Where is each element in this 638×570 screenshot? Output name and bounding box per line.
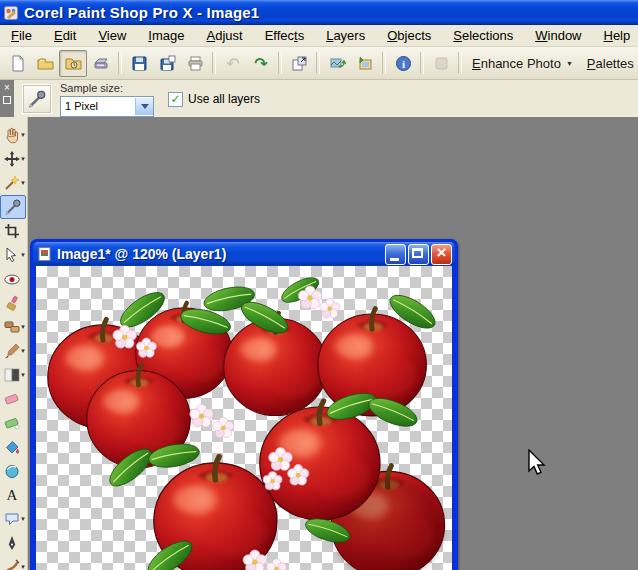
- palette-pin-icon[interactable]: [3, 96, 11, 104]
- tool-button-eraser[interactable]: [0, 387, 26, 411]
- tool-button-color-replacer[interactable]: [0, 459, 26, 483]
- toolbar-separator: [458, 52, 462, 74]
- tool-button-pen[interactable]: [0, 531, 26, 555]
- toolbar-separator: [118, 52, 122, 74]
- chevron-down-icon: ▼: [566, 60, 573, 67]
- chevron-down-icon[interactable]: [135, 98, 153, 115]
- tool-button-text[interactable]: A: [0, 483, 26, 507]
- flyout-arrow-icon[interactable]: ▼: [20, 348, 26, 354]
- menu-view[interactable]: View: [87, 25, 137, 46]
- toolbar-new-image-button[interactable]: [3, 50, 31, 77]
- toolbar-redo-button[interactable]: ↷: [247, 50, 275, 77]
- menu-image[interactable]: Image: [137, 25, 195, 46]
- toolbar-unavailable-button: [427, 50, 455, 77]
- document-titlebar[interactable]: Image1* @ 120% (Layer1): [33, 242, 455, 266]
- flyout-arrow-icon[interactable]: ▼: [20, 252, 26, 258]
- image-canvas[interactable]: [36, 266, 452, 570]
- toolbar-email-share-button[interactable]: [323, 50, 351, 77]
- svg-text:A: A: [7, 487, 18, 503]
- menu-file[interactable]: File: [0, 25, 43, 46]
- tool-button-red-eye[interactable]: [0, 267, 26, 291]
- toolbar-separator: [212, 52, 216, 74]
- tool-options-bar: × Sample size: 1 Pixel ✓ Use all layers: [0, 80, 638, 119]
- toolbar-enhance-photo-button[interactable]: Enhance Photo▼: [465, 53, 580, 74]
- menu-selections[interactable]: Selections: [442, 25, 524, 46]
- toolbar-separator: [420, 52, 424, 74]
- toolbar-image-information-button[interactable]: i: [389, 50, 417, 77]
- workspace: ▼▼▼▼▼▼▼A▼▼ Image1* @ 120% (Layer1): [0, 117, 638, 570]
- tool-button-flood-fill[interactable]: [0, 435, 26, 459]
- tool-button-clone-brush[interactable]: ▼: [0, 315, 26, 339]
- tool-button-preset-shapes[interactable]: ▼: [0, 507, 26, 531]
- menu-bar: FileEditViewImageAdjustEffectsLayersObje…: [0, 25, 638, 47]
- use-all-layers-label: Use all layers: [188, 92, 260, 106]
- sample-size-value: 1 Pixel: [61, 100, 135, 112]
- toolbar-save-button[interactable]: [125, 50, 153, 77]
- maximize-button[interactable]: [408, 244, 429, 265]
- tool-button-crop[interactable]: [0, 219, 26, 243]
- flyout-arrow-icon[interactable]: ▼: [20, 516, 26, 522]
- tool-button-background-eraser[interactable]: [0, 411, 26, 435]
- toolbar-save-as-button[interactable]: [153, 50, 181, 77]
- palette-close-icon[interactable]: ×: [4, 82, 10, 93]
- app-titlebar[interactable]: Corel Paint Shop Pro X - Image1: [0, 0, 638, 25]
- tool-button-selection[interactable]: ▼: [0, 171, 26, 195]
- flyout-arrow-icon[interactable]: ▼: [20, 372, 26, 378]
- menu-objects[interactable]: Objects: [376, 25, 442, 46]
- apples-artwork: [36, 266, 452, 570]
- toolbar-browse-button[interactable]: [59, 50, 87, 77]
- tool-button-makeover[interactable]: [0, 291, 26, 315]
- menu-help[interactable]: Help: [593, 25, 638, 46]
- toolbar-photo-download-button[interactable]: [351, 50, 379, 77]
- toolbar-separator: [278, 52, 282, 74]
- toolbar-twain-acquire-button[interactable]: [87, 50, 115, 77]
- tool-button-pick[interactable]: ▼: [0, 243, 26, 267]
- svg-text:i: i: [401, 57, 404, 69]
- tool-button-lighten-darken[interactable]: ▼: [0, 363, 26, 387]
- toolbar-print-button[interactable]: [181, 50, 209, 77]
- psp-logo-icon: [4, 6, 18, 20]
- close-button[interactable]: [431, 244, 452, 265]
- toolbar-open-button[interactable]: [31, 50, 59, 77]
- flyout-arrow-icon[interactable]: ▼: [20, 180, 26, 186]
- menu-layers[interactable]: Layers: [315, 25, 376, 46]
- tool-button-dropper[interactable]: [0, 195, 26, 219]
- tool-button-pan[interactable]: ▼: [0, 123, 26, 147]
- toolbar-separator: [316, 52, 320, 74]
- tool-button-paint-brush[interactable]: ▼: [0, 339, 26, 363]
- app-title: Corel Paint Shop Pro X - Image1: [24, 4, 259, 21]
- toolbar-separator: [382, 52, 386, 74]
- menu-adjust[interactable]: Adjust: [195, 25, 253, 46]
- sample-size-label: Sample size:: [60, 82, 154, 94]
- tool-button-move[interactable]: ▼: [0, 147, 26, 171]
- flyout-arrow-icon[interactable]: ▼: [20, 132, 26, 138]
- tools-toolbar: ▼▼▼▼▼▼▼A▼▼: [0, 117, 28, 570]
- menu-window[interactable]: Window: [524, 25, 592, 46]
- image-file-icon: [38, 247, 52, 261]
- active-tool-indicator: [22, 84, 52, 114]
- flyout-arrow-icon[interactable]: ▼: [20, 564, 26, 570]
- document-title: Image1* @ 120% (Layer1): [57, 246, 383, 262]
- flyout-arrow-icon[interactable]: ▼: [20, 156, 26, 162]
- minimize-button[interactable]: [385, 244, 406, 265]
- toolbar-undo-button: ↶: [219, 50, 247, 77]
- toolbar-palettes-button[interactable]: Palettes▼: [580, 53, 638, 74]
- menu-effects[interactable]: Effects: [254, 25, 316, 46]
- sample-size-dropdown[interactable]: 1 Pixel: [60, 96, 154, 117]
- document-window: Image1* @ 120% (Layer1): [30, 239, 458, 570]
- palette-edge-stub: ×: [0, 80, 14, 118]
- standard-toolbar: ↶↷iEnhance Photo▼Palettes▼Zoom: [0, 47, 638, 80]
- flyout-arrow-icon[interactable]: ▼: [20, 324, 26, 330]
- menu-edit[interactable]: Edit: [43, 25, 87, 46]
- toolbar-resize-button[interactable]: [285, 50, 313, 77]
- tool-button-warp-brush[interactable]: ▼: [0, 555, 26, 570]
- app-root: { "app": { "title": "Corel Paint Shop Pr…: [0, 0, 638, 570]
- use-all-layers-checkbox[interactable]: ✓: [168, 92, 183, 107]
